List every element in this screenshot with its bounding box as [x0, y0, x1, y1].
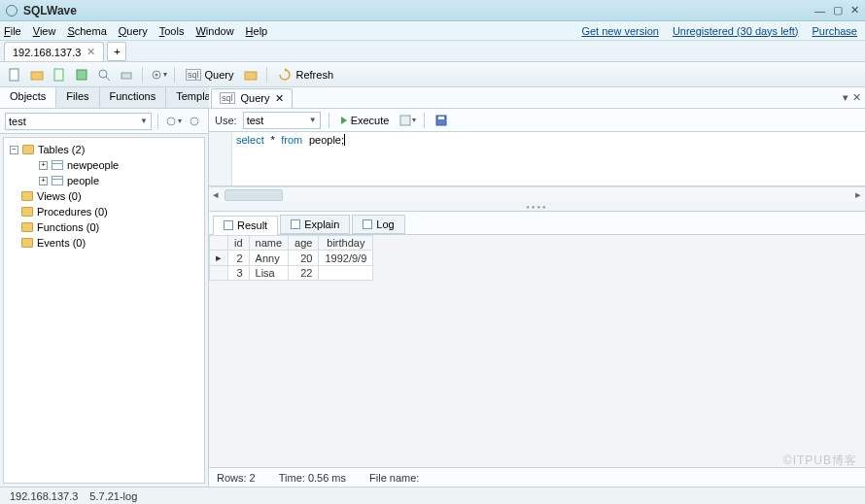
refresh-label: Refresh — [295, 69, 333, 81]
link-purchase[interactable]: Purchase — [813, 25, 857, 37]
scroll-thumb[interactable] — [225, 189, 283, 201]
sidebar-tab-objects[interactable]: Objects — [0, 87, 56, 108]
save-button[interactable] — [73, 66, 90, 84]
scroll-right-icon[interactable]: ▸ — [851, 188, 865, 201]
use-database-select[interactable]: test ▼ — [243, 112, 321, 129]
svg-point-11 — [190, 118, 198, 125]
menu-window[interactable]: Window — [195, 25, 233, 37]
close-icon[interactable]: ✕ — [275, 92, 284, 105]
folder-icon — [21, 222, 33, 232]
cell-name[interactable]: Lisa — [249, 266, 289, 281]
sidebar-tab-functions[interactable]: Functions — [100, 87, 167, 108]
new-query-button[interactable] — [51, 66, 68, 84]
query-button[interactable]: sql Query — [182, 67, 237, 83]
dropdown-icon[interactable]: ▾ — [843, 91, 848, 104]
tree-node-tables[interactable]: −Tables (2) — [6, 142, 202, 157]
execute-options-button[interactable]: ▾ — [398, 112, 416, 129]
plus-icon: + — [114, 46, 120, 57]
result-tab-result[interactable]: Result — [213, 216, 278, 235]
scroll-left-icon[interactable]: ◂ — [209, 188, 223, 201]
svg-rect-9 — [245, 72, 257, 80]
database-select-value: test — [9, 116, 26, 127]
svg-point-4 — [99, 70, 107, 78]
result-grid-wrap[interactable]: id name age birthday ▸ 2 Anny 20 1992/9/… — [209, 235, 865, 467]
menu-view[interactable]: View — [33, 25, 56, 37]
result-statusbar: Rows: 2 Time: 0.56 ms File name: — [209, 467, 865, 487]
db-settings-button[interactable] — [186, 113, 203, 130]
tree-node-views[interactable]: Views (0) — [6, 188, 202, 204]
grid-header-row: id name age birthday — [210, 236, 373, 251]
maximize-button[interactable]: ▢ — [833, 4, 843, 17]
sql-icon: sql — [220, 92, 235, 104]
save-query-button[interactable] — [432, 112, 450, 129]
sidebar-tab-files[interactable]: Files — [56, 87, 99, 108]
link-unregistered[interactable]: Unregistered (30 days left) — [673, 25, 799, 37]
close-pane-icon[interactable]: ✕ — [852, 91, 861, 104]
tree-node-procedures[interactable]: Procedures (0) — [6, 204, 202, 219]
cell-age[interactable]: 20 — [289, 251, 319, 266]
tree-node-table-newpeople[interactable]: +newpeople — [6, 157, 202, 173]
cell-id[interactable]: 2 — [228, 251, 250, 266]
menu-schema[interactable]: Schema — [67, 25, 106, 37]
menu-help[interactable]: Help — [246, 25, 268, 37]
svg-rect-14 — [438, 117, 444, 119]
connection-tab[interactable]: 192.168.137.3 ✕ — [4, 42, 104, 61]
close-button[interactable]: ✕ — [850, 4, 859, 17]
col-age[interactable]: age — [289, 236, 319, 251]
tree-node-events[interactable]: Events (0) — [6, 235, 202, 251]
col-rowhead[interactable] — [210, 236, 228, 251]
new-file-button[interactable] — [6, 66, 23, 84]
row-marker: ▸ — [210, 251, 228, 266]
svg-rect-0 — [10, 69, 18, 81]
workarea: Objects Files Functions Templates test ▼… — [0, 87, 865, 487]
app-title: SQLWave — [23, 4, 77, 17]
cell-id[interactable]: 3 — [228, 266, 250, 281]
minimize-button[interactable]: — — [814, 5, 825, 17]
tree-node-functions[interactable]: Functions (0) — [6, 219, 202, 235]
svg-point-8 — [156, 73, 158, 76]
tree-node-table-people[interactable]: +people — [6, 173, 202, 188]
menu-file[interactable]: File — [4, 25, 21, 37]
db-refresh-button[interactable]: ▾ — [164, 113, 182, 130]
svg-rect-6 — [121, 73, 131, 79]
open-button[interactable] — [28, 66, 46, 84]
grid-row[interactable]: ▸ 2 Anny 20 1992/9/9 — [210, 251, 373, 266]
svg-rect-2 — [54, 69, 63, 81]
col-name[interactable]: name — [249, 236, 289, 251]
link-new-version[interactable]: Get new version — [581, 25, 658, 37]
folder-icon — [21, 191, 33, 201]
execute-button[interactable]: Execute — [337, 113, 394, 128]
col-id[interactable]: id — [228, 236, 250, 251]
query-tab-label: Query — [241, 92, 270, 104]
splitter[interactable]: ●●●● — [209, 202, 865, 212]
cell-birthday[interactable]: 1992/9/9 — [319, 251, 373, 266]
sql-editor[interactable]: select * from people; — [209, 132, 865, 186]
col-birthday[interactable]: birthday — [319, 236, 373, 251]
expand-icon[interactable]: + — [39, 177, 48, 185]
database-select[interactable]: test ▼ — [5, 113, 152, 130]
expand-icon[interactable]: + — [39, 161, 48, 170]
grid-icon — [363, 219, 372, 229]
menu-tools[interactable]: Tools — [159, 25, 185, 37]
use-database-value: test — [247, 115, 264, 126]
query-tab[interactable]: sql Query ✕ — [211, 88, 293, 108]
editor-hscrollbar[interactable]: ◂ ▸ — [209, 186, 865, 202]
result-grid: id name age birthday ▸ 2 Anny 20 1992/9/… — [209, 235, 373, 281]
result-tabs: Result Explain Log — [209, 212, 865, 235]
object-tree[interactable]: −Tables (2) +newpeople +people Views (0)… — [3, 137, 205, 484]
grid-row[interactable]: 3 Lisa 22 — [210, 266, 373, 281]
folder-button[interactable] — [242, 66, 260, 84]
add-connection-button[interactable]: + — [107, 42, 126, 61]
cell-birthday[interactable] — [319, 266, 373, 281]
menu-query[interactable]: Query — [119, 25, 148, 37]
gear-button[interactable]: ▾ — [150, 66, 167, 84]
collapse-icon[interactable]: − — [10, 146, 18, 154]
close-icon[interactable]: ✕ — [86, 46, 95, 58]
print-button[interactable] — [118, 66, 135, 84]
cell-age[interactable]: 22 — [289, 266, 319, 281]
refresh-button[interactable]: Refresh — [274, 66, 337, 84]
result-tab-explain[interactable]: Explain — [280, 215, 350, 234]
result-tab-log[interactable]: Log — [352, 215, 404, 234]
cell-name[interactable]: Anny — [249, 251, 289, 266]
find-button[interactable] — [95, 66, 113, 84]
